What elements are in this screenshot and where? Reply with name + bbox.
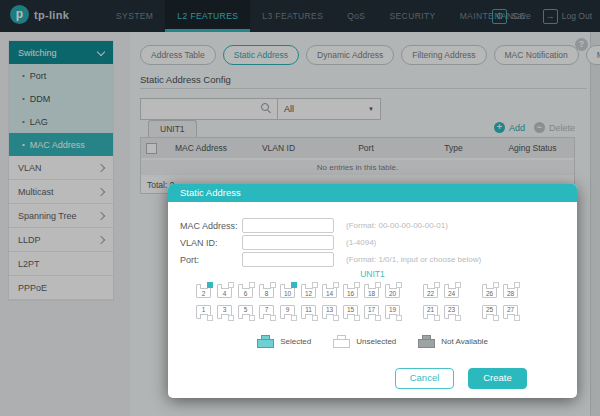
port-status-dot <box>354 315 360 321</box>
port-toggle-20[interactable]: 20 <box>385 283 401 299</box>
port-status-dot <box>514 315 520 321</box>
vlan-id-label: VLAN ID: <box>180 238 242 248</box>
port-toggle-6[interactable]: 6 <box>238 283 254 299</box>
port-toggle-11[interactable]: 11 <box>301 304 317 320</box>
port-toggle-16[interactable]: 16 <box>343 283 359 299</box>
port-toggle-1[interactable]: 1 <box>196 304 212 320</box>
vlan-id-input[interactable] <box>242 235 334 250</box>
port-toggle-13[interactable]: 13 <box>322 304 338 320</box>
port-field-row: Port: (Format: 1/0/1, input or choose be… <box>180 252 565 267</box>
legend-selected: Selected <box>257 335 311 348</box>
port-status-dot <box>270 282 276 288</box>
port-toggle-17[interactable]: 17 <box>364 304 380 320</box>
create-button[interactable]: Create <box>468 368 527 389</box>
cancel-button[interactable]: Cancel <box>395 368 454 389</box>
port-status-dot <box>493 315 499 321</box>
legend-label: Not Available <box>441 337 488 346</box>
port-number: 2 <box>196 290 211 297</box>
port-status-dot <box>434 282 440 288</box>
port-label: Port: <box>180 255 242 265</box>
legend-unavailable-icon <box>418 335 435 348</box>
port-status-dot <box>291 315 297 321</box>
modal-unit-label: UNIT1 <box>180 269 565 279</box>
static-address-modal: Static Address MAC Address: (Format: 00-… <box>168 184 577 398</box>
port-number: 7 <box>259 306 274 313</box>
port-selector-grid: 246810121416182022242628 135791113151719… <box>196 283 565 320</box>
mac-address-field-row: MAC Address: (Format: 00-00-00-00-00-01) <box>180 218 565 233</box>
mac-address-hint: (Format: 00-00-00-00-00-01) <box>346 221 448 230</box>
port-number: 13 <box>322 306 337 313</box>
port-toggle-4[interactable]: 4 <box>217 283 233 299</box>
port-number: 28 <box>503 290 518 297</box>
port-row-bottom: 13579111315171921232527 <box>196 304 565 320</box>
port-toggle-22[interactable]: 22 <box>423 283 439 299</box>
port-status-dot <box>514 282 520 288</box>
vlan-id-field-row: VLAN ID: (1-4094) <box>180 235 565 250</box>
port-number: 19 <box>385 306 400 313</box>
port-toggle-24[interactable]: 24 <box>444 283 460 299</box>
legend-label: Selected <box>280 337 311 346</box>
port-toggle-2[interactable]: 2 <box>196 283 212 299</box>
vlan-id-hint: (1-4094) <box>346 238 376 247</box>
port-number: 6 <box>238 290 253 297</box>
port-number: 1 <box>196 306 211 313</box>
port-toggle-21[interactable]: 21 <box>423 304 439 320</box>
port-number: 15 <box>343 306 358 313</box>
legend-unselected: Unselected <box>333 335 396 348</box>
port-toggle-26[interactable]: 26 <box>482 283 498 299</box>
port-number: 26 <box>482 290 497 297</box>
port-toggle-14[interactable]: 14 <box>322 283 338 299</box>
port-number: 12 <box>301 290 316 297</box>
port-status-dot <box>249 282 255 288</box>
legend-selected-icon <box>257 335 274 348</box>
port-row-top: 246810121416182022242628 <box>196 283 565 299</box>
port-toggle-28[interactable]: 28 <box>503 283 519 299</box>
port-legend: SelectedUnselectedNot Available <box>180 335 565 348</box>
port-number: 9 <box>280 306 295 313</box>
port-status-dot <box>207 315 213 321</box>
legend-label: Unselected <box>356 337 396 346</box>
legend-unselected-icon <box>333 335 350 348</box>
port-number: 27 <box>503 306 518 313</box>
port-status-dot <box>207 282 213 288</box>
port-status-dot <box>396 282 402 288</box>
port-toggle-23[interactable]: 23 <box>444 304 460 320</box>
port-number: 22 <box>423 290 438 297</box>
port-toggle-7[interactable]: 7 <box>259 304 275 320</box>
port-number: 21 <box>423 306 438 313</box>
port-number: 3 <box>217 306 232 313</box>
port-number: 24 <box>444 290 459 297</box>
port-status-dot <box>493 282 499 288</box>
port-number: 16 <box>343 290 358 297</box>
port-status-dot <box>455 282 461 288</box>
port-status-dot <box>270 315 276 321</box>
port-toggle-15[interactable]: 15 <box>343 304 359 320</box>
port-status-dot <box>312 315 318 321</box>
port-toggle-19[interactable]: 19 <box>385 304 401 320</box>
mac-address-label: MAC Address: <box>180 221 242 231</box>
port-toggle-12[interactable]: 12 <box>301 283 317 299</box>
port-toggle-25[interactable]: 25 <box>482 304 498 320</box>
port-status-dot <box>354 282 360 288</box>
port-status-dot <box>455 315 461 321</box>
port-number: 17 <box>364 306 379 313</box>
port-number: 4 <box>217 290 232 297</box>
port-toggle-3[interactable]: 3 <box>217 304 233 320</box>
port-hint: (Format: 1/0/1, input or choose below) <box>346 255 481 264</box>
port-toggle-18[interactable]: 18 <box>364 283 380 299</box>
port-status-dot <box>291 282 297 288</box>
port-input[interactable] <box>242 252 334 267</box>
port-status-dot <box>396 315 402 321</box>
port-toggle-10[interactable]: 10 <box>280 283 296 299</box>
port-toggle-27[interactable]: 27 <box>503 304 519 320</box>
modal-title: Static Address <box>168 184 577 202</box>
port-number: 8 <box>259 290 274 297</box>
port-number: 10 <box>280 290 295 297</box>
mac-address-input[interactable] <box>242 218 334 233</box>
port-toggle-8[interactable]: 8 <box>259 283 275 299</box>
port-toggle-5[interactable]: 5 <box>238 304 254 320</box>
port-status-dot <box>333 315 339 321</box>
port-number: 23 <box>444 306 459 313</box>
port-toggle-9[interactable]: 9 <box>280 304 296 320</box>
port-number: 25 <box>482 306 497 313</box>
